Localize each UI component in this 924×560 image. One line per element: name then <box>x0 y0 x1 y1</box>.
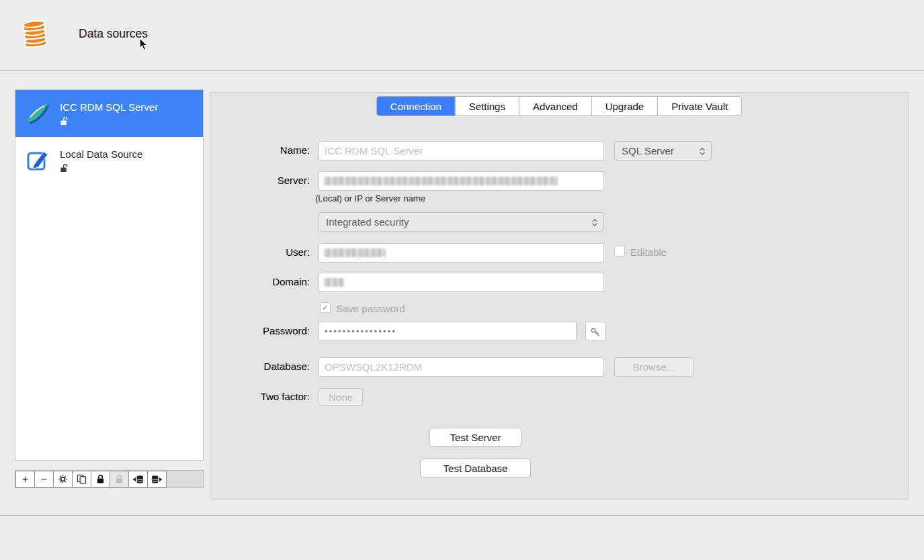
connection-panel: Connection Settings Advanced Upgrade Pri… <box>210 92 909 500</box>
list-item-local-data-source[interactable]: Local Data Source <box>15 137 203 184</box>
datasource-name: Local Data Source <box>60 148 142 160</box>
server-hint: (Local) or IP or Server name <box>315 193 425 203</box>
tab-upgrade[interactable]: Upgrade <box>591 97 658 115</box>
datasource-type-select[interactable]: SQL Server <box>614 141 712 160</box>
chevron-updown-icon <box>699 146 706 157</box>
duplicate-button[interactable] <box>72 471 91 487</box>
list-item-icc-rdm-sql-server[interactable]: ICC RDM SQL Server <box>15 90 203 137</box>
tab-bar: Connection Settings Advanced Upgrade Pri… <box>376 96 742 116</box>
database-input[interactable] <box>319 357 604 377</box>
editable-checkbox[interactable] <box>614 246 625 256</box>
browse-button[interactable]: Browse... <box>614 357 694 377</box>
editable-label: Editable <box>630 246 667 258</box>
tab-settings[interactable]: Settings <box>455 97 519 115</box>
checkmark-icon: ✓ <box>322 304 329 312</box>
datasource-name: ICC RDM SQL Server <box>60 101 158 113</box>
two-factor-button[interactable]: None <box>319 388 363 406</box>
unlock-button[interactable] <box>110 471 129 487</box>
name-input[interactable] <box>319 141 604 160</box>
remove-datasource-button[interactable]: − <box>34 471 54 487</box>
unlock-icon <box>114 474 124 484</box>
security-mode-select[interactable]: Integrated security <box>319 212 604 232</box>
domain-input[interactable] <box>319 273 604 292</box>
test-database-button[interactable]: Test Database <box>420 459 531 477</box>
two-factor-label: Two factor: <box>210 391 310 402</box>
name-label: Name: <box>210 144 310 156</box>
export-datasource-button[interactable] <box>147 471 167 487</box>
footer-bar: On start up: Last used data source Cance… <box>0 515 924 560</box>
save-password-label: Save password <box>336 303 405 314</box>
import-database-icon <box>132 475 144 484</box>
datasource-type-value: SQL Server <box>622 145 674 156</box>
user-label: User: <box>210 246 310 258</box>
tab-private-vault[interactable]: Private Vault <box>657 97 741 115</box>
mouse-cursor-icon <box>138 38 148 51</box>
list-toolbar: + − <box>15 470 204 488</box>
unlocked-icon <box>60 116 69 126</box>
save-password-checkbox[interactable]: ✓ <box>320 302 331 313</box>
export-database-icon <box>151 475 163 484</box>
database-logo-icon <box>19 18 50 50</box>
password-label: Password: <box>210 325 310 336</box>
sql-server-icon <box>21 99 56 128</box>
lock-icon <box>95 474 106 484</box>
server-input[interactable] <box>319 171 604 191</box>
database-label: Database: <box>210 361 310 372</box>
local-datasource-icon <box>21 147 56 174</box>
page-title: Data sources <box>79 27 148 41</box>
reveal-password-button[interactable] <box>585 322 605 341</box>
password-input[interactable] <box>319 322 577 341</box>
import-datasource-button[interactable] <box>128 471 148 487</box>
add-datasource-button[interactable]: + <box>15 471 35 487</box>
tab-connection[interactable]: Connection <box>377 97 455 115</box>
settings-gear-button[interactable] <box>53 471 73 487</box>
test-server-button[interactable]: Test Server <box>429 428 521 447</box>
tab-advanced[interactable]: Advanced <box>519 97 591 115</box>
user-input[interactable] <box>319 243 604 263</box>
domain-label: Domain: <box>210 276 310 287</box>
lock-button[interactable] <box>91 471 110 487</box>
unlocked-icon <box>60 163 69 173</box>
datasource-list: ICC RDM SQL Server Local Data Source <box>15 89 204 461</box>
key-icon <box>590 326 601 337</box>
gear-icon <box>58 474 68 484</box>
security-mode-value: Integrated security <box>326 216 409 228</box>
chevron-updown-icon <box>591 217 598 228</box>
server-label: Server: <box>210 175 310 186</box>
window-header: Data sources <box>0 0 924 71</box>
duplicate-icon <box>77 474 87 484</box>
